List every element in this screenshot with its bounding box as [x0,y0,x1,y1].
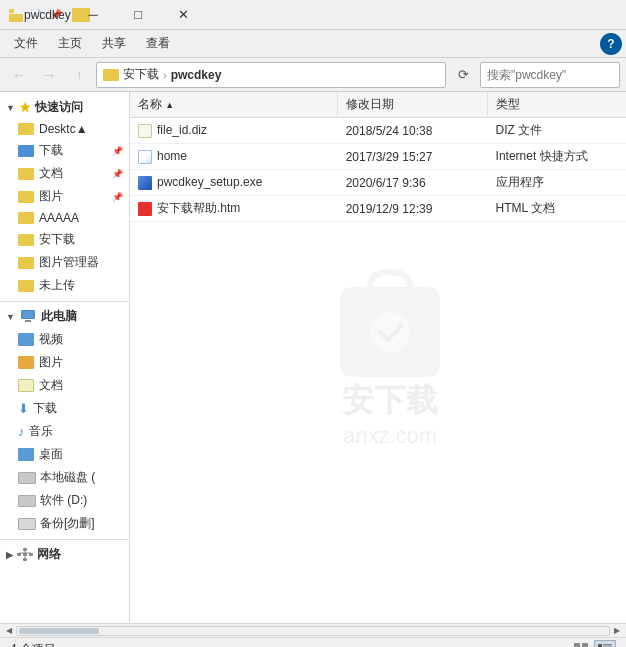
folder-pictures-icon [18,191,34,203]
svg-rect-6 [23,558,27,561]
sidebar-item-anxia-label: 安下载 [39,231,75,248]
sidebar-item-downloads[interactable]: 下载 📌 [0,139,129,162]
folder-downloads-icon [18,145,34,157]
view-controls [570,640,616,648]
sidebar-item-local-disk-label: 本地磁盘 ( [40,469,95,486]
table-row[interactable]: file_id.diz2018/5/24 10:38DIZ 文件 [130,118,626,144]
sidebar-section-thispc: ▼ 此电脑 视频 图片 文档 ⬇ 下载 [0,305,129,535]
network-chevron-icon: ▶ [6,550,13,560]
refresh-button[interactable]: ⟳ [450,62,476,88]
sidebar-network-label: 网络 [37,546,61,563]
sidebar-quick-access-header[interactable]: ▼ ★ 快速访问 [0,96,129,119]
sidebar-section-network: ▶ 网络 [0,543,129,566]
svg-rect-1 [9,14,23,22]
svg-rect-17 [598,644,602,647]
back-button[interactable]: ← [6,62,32,88]
file-type-icon [138,150,152,164]
minimize-button[interactable]: ─ [71,0,116,30]
folder-anxia-icon [18,234,34,246]
sidebar-item-aaaaa[interactable]: AAAAA [0,208,129,228]
view-large-icon-button[interactable] [570,640,592,648]
file-date: 2020/6/17 9:36 [338,170,488,196]
view-details-button[interactable] [594,640,616,648]
sidebar-network-header[interactable]: ▶ 网络 [0,543,129,566]
sidebar: ▼ ★ 快速访问 Desktc▲ 下载 📌 文档 📌 图片 📌 [0,92,130,623]
sidebar-item-picmgr[interactable]: 图片管理器 [0,251,129,274]
sidebar-item-desktop-pc-label: 桌面 [39,446,63,463]
pc-monitor [21,310,35,319]
address-crumb[interactable]: 安下载 [123,66,159,83]
sidebar-item-videos-label: 视频 [39,331,63,348]
col-header-name[interactable]: 名称 [130,92,338,118]
sidebar-item-pc-documents[interactable]: 文档 [0,374,129,397]
scroll-left-button[interactable]: ◀ [2,624,16,638]
svg-rect-19 [603,645,612,646]
sidebar-thispc-label: 此电脑 [41,308,77,325]
sidebar-item-upload[interactable]: 未上传 [0,274,129,297]
search-input[interactable] [487,68,626,82]
help-button[interactable]: ? [600,33,622,55]
pin-icon-doc: 📌 [112,169,123,179]
file-name-cell: home [130,144,338,170]
up-button[interactable]: ↑ [66,62,92,88]
table-row[interactable]: home2017/3/29 15:27Internet 快捷方式 [130,144,626,170]
col-header-type[interactable]: 类型 [488,92,626,118]
thispc-chevron-icon: ▼ [6,312,15,322]
folder-desktop-icon [18,123,34,135]
sidebar-item-backup[interactable]: 备份[勿删] [0,512,129,535]
scroll-thumb[interactable] [19,628,99,634]
sidebar-thispc-header[interactable]: ▼ 此电脑 [0,305,129,328]
table-row[interactable]: pwcdkey_setup.exe2020/6/17 9:36应用程序 [130,170,626,196]
sidebar-item-pictures[interactable]: 图片 📌 [0,185,129,208]
folder-upload-icon [18,280,34,292]
file-type: Internet 快捷方式 [488,144,626,170]
file-type: HTML 文档 [488,196,626,222]
sidebar-item-music[interactable]: ♪ 音乐 [0,420,129,443]
sidebar-item-documents[interactable]: 文档 📌 [0,162,129,185]
sidebar-item-software-d[interactable]: 软件 (D:) [0,489,129,512]
sidebar-item-desktop-pc[interactable]: 桌面 [0,443,129,466]
watermark-text-line1: 安下载 [342,379,438,423]
file-table: 名称 修改日期 类型 file_id.diz2018/5/24 10:38DIZ… [130,92,626,222]
svg-rect-2 [23,548,27,551]
menu-file[interactable]: 文件 [4,31,48,56]
menu-view[interactable]: 查看 [136,31,180,56]
sidebar-item-anxia[interactable]: 安下载 [0,228,129,251]
col-header-date[interactable]: 修改日期 [338,92,488,118]
sidebar-section-quick-access: ▼ ★ 快速访问 Desktc▲ 下载 📌 文档 📌 图片 📌 [0,96,129,297]
svg-rect-11 [340,287,440,377]
folder-aaaaa-icon [18,212,34,224]
sidebar-divider-1 [0,301,129,302]
scroll-track[interactable] [16,626,610,636]
horizontal-scrollbar[interactable]: ◀ ▶ [0,623,626,637]
file-type-icon [138,176,152,190]
file-name-cell: 安下载帮助.htm [130,196,338,222]
file-name-cell: file_id.diz [130,118,338,144]
sidebar-item-desktop-label: Desktc▲ [39,122,88,136]
close-button[interactable]: ✕ [161,0,206,30]
title-bar-icons: 📄 📌 pwcdkey [8,7,71,23]
chevron-icon: ▼ [6,103,15,113]
download-icon: ⬇ [18,401,29,416]
maximize-button[interactable]: □ [116,0,161,30]
file-type-icon [138,124,152,138]
table-row[interactable]: 安下载帮助.htm2019/12/9 12:39HTML 文档 [130,196,626,222]
search-bar[interactable]: 🔍 [480,62,620,88]
sidebar-item-pc-pictures[interactable]: 图片 [0,351,129,374]
folder-desktop-pc-icon [18,448,34,461]
sidebar-item-local-disk[interactable]: 本地磁盘 ( [0,466,129,489]
svg-rect-0 [9,9,14,13]
file-type-icon [138,202,152,216]
scroll-right-button[interactable]: ▶ [610,624,624,638]
file-date: 2019/12/9 12:39 [338,196,488,222]
address-bar[interactable]: 安下载 › pwcdkey [96,62,446,88]
forward-button[interactable]: → [36,62,62,88]
menu-share[interactable]: 共享 [92,31,136,56]
sidebar-item-videos[interactable]: 视频 [0,328,129,351]
pin-icon: 📌 [112,146,123,156]
sidebar-item-desktop[interactable]: Desktc▲ [0,119,129,139]
menu-home[interactable]: 主页 [48,31,92,56]
sidebar-quick-access-label: 快速访问 [35,99,83,116]
address-current: pwcdkey [171,68,222,82]
sidebar-item-pc-downloads[interactable]: ⬇ 下载 [0,397,129,420]
